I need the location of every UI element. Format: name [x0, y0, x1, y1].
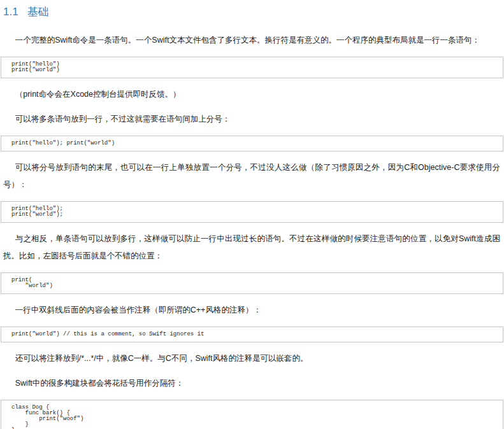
paragraph-curly-braces: Swift中的很多构建块都会将花括号用作分隔符： [0, 375, 504, 392]
paragraph-line-comments: 一行中双斜线后面的内容会被当作注释（即所谓的C++风格的注释）： [0, 302, 504, 319]
code-block-two-prints: print("hello") print("world") [1, 57, 503, 78]
code-block-multiline-print: print( "world") [1, 272, 503, 294]
paragraph-block-comments: 还可以将注释放到/*...*/中，就像C一样。与C不同，Swift风格的注释是可… [0, 350, 504, 367]
section-number: 1.1 [3, 6, 18, 18]
code-block-class-dog: class Dog { func bark() { print("woof") … [1, 400, 503, 429]
document-page: 1.1基础 一个完整的Swift命令是一条语句。一个Swift文本文件包含了多行… [0, 0, 504, 429]
code-block-trailing-semicolons: print("hello"); print("world"); [1, 201, 503, 223]
paragraph-multiline-statement: 与之相反，单条语句可以放到多行，这样做可以防止一行中出现过长的语句。不过在这样做… [0, 230, 504, 265]
section-title: 基础 [27, 6, 49, 18]
paragraph-trailing-semicolons: 可以将分号放到语句的末尾，也可以在一行上单独放置一个分号，不过没人这么做（除了习… [0, 159, 504, 193]
paragraph-xcode-console-note: （print命令会在Xcode控制台提供即时反馈。） [0, 86, 504, 103]
paragraph-statements-intro: 一个完整的Swift命令是一条语句。一个Swift文本文件包含了多行文本。换行符… [0, 32, 504, 49]
code-block-semicolon-one-line: print("hello"); print("world") [1, 136, 503, 151]
paragraph-semicolons-one-line: 可以将多条语句放到一行，不过这就需要在语句间加上分号： [0, 111, 504, 128]
section-heading: 1.1基础 [0, 5, 504, 19]
code-block-line-comment: print("world") // this is a comment, so … [1, 327, 503, 342]
